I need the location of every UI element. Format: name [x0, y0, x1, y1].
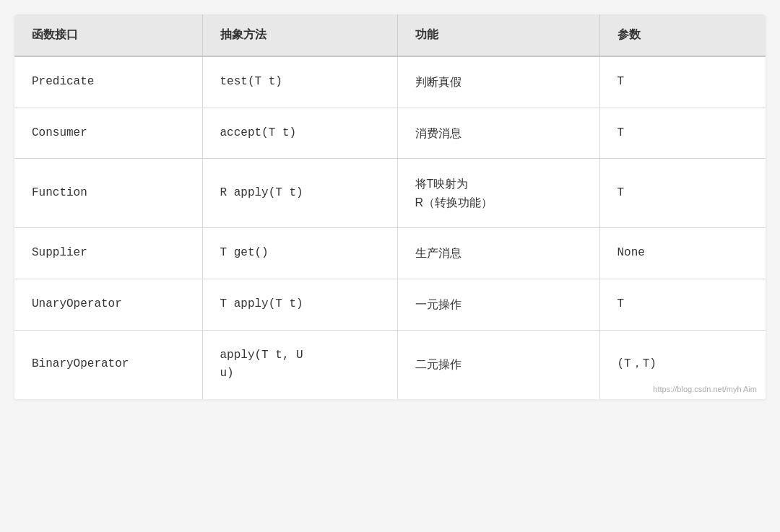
cell-param: T — [599, 159, 766, 228]
cell-param: T — [599, 56, 766, 108]
table-row: UnaryOperatorT apply(T t)一元操作T — [14, 279, 766, 330]
header-function: 功能 — [397, 14, 599, 56]
table-row: FunctionR apply(T t)将T映射为R（转换功能）T — [14, 159, 766, 228]
cell-param: None — [599, 228, 766, 279]
cell-method: accept(T t) — [202, 108, 397, 159]
functional-interface-table: 函数接口 抽象方法 功能 参数 Predicatetest(T t)判断真假TC… — [14, 14, 766, 399]
header-interface: 函数接口 — [14, 14, 202, 56]
cell-function: 一元操作 — [397, 279, 599, 330]
header-param: 参数 — [599, 14, 766, 56]
table-row: Predicatetest(T t)判断真假T — [14, 56, 766, 108]
cell-function: 将T映射为R（转换功能） — [397, 159, 599, 228]
cell-param: T — [599, 279, 766, 330]
cell-interface: UnaryOperator — [14, 279, 202, 330]
cell-function: 二元操作 — [397, 330, 599, 399]
cell-interface: Consumer — [14, 108, 202, 159]
table-row: Consumeraccept(T t)消费消息T — [14, 108, 766, 159]
cell-interface: Predicate — [14, 56, 202, 108]
cell-interface: Function — [14, 159, 202, 228]
cell-interface: BinaryOperator — [14, 330, 202, 399]
cell-function: 判断真假 — [397, 56, 599, 108]
cell-interface: Supplier — [14, 228, 202, 279]
cell-function: 消费消息 — [397, 108, 599, 159]
cell-method: T apply(T t) — [202, 279, 397, 330]
table-header-row: 函数接口 抽象方法 功能 参数 — [14, 14, 766, 56]
cell-method: apply(T t, Uu) — [202, 330, 397, 399]
table-row: SupplierT get()生产消息None — [14, 228, 766, 279]
cell-function: 生产消息 — [397, 228, 599, 279]
cell-method: T get() — [202, 228, 397, 279]
watermark: https://blog.csdn.net/myh Aim — [653, 385, 757, 393]
cell-method: R apply(T t) — [202, 159, 397, 228]
cell-method: test(T t) — [202, 56, 397, 108]
cell-param: T — [599, 108, 766, 159]
header-method: 抽象方法 — [202, 14, 397, 56]
main-table-container: 函数接口 抽象方法 功能 参数 Predicatetest(T t)判断真假TC… — [14, 14, 766, 399]
